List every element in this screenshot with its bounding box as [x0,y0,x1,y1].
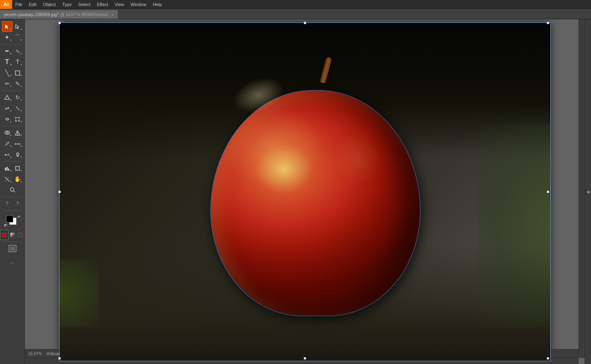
swap-colors[interactable]: ⇄ [17,214,21,218]
menu-object[interactable]: Object [40,0,59,8]
tool-row-zoom [0,185,25,195]
measure-tool[interactable]: ▾ [12,138,23,149]
zoom-tool[interactable] [7,185,18,195]
scrollbar-vertical[interactable] [579,19,585,358]
pen-tool[interactable]: ✒ ▾ [2,46,12,56]
collapse-icon: ◀ [587,190,589,194]
tool-row-pen: ✒ ▾ ∿ ▾ [0,46,25,56]
scale-tool[interactable]: ⤡ ▾ [12,103,23,113]
gradient-btn[interactable] [8,230,16,240]
draw-mode-btn[interactable] [7,243,18,254]
divider-4 [2,161,23,162]
tool-extra-hand: ▾ [21,180,22,183]
app-logo: Ai [0,0,12,9]
default-colors[interactable]: ◩ [4,223,8,227]
left-green-overlay [60,259,99,327]
tool-row-draw-mode [0,243,25,254]
anchor-tr[interactable] [547,22,549,24]
shaper-tool[interactable]: ▾ [2,92,12,103]
slice-tool[interactable]: ▾ [2,174,12,184]
menu-window[interactable]: Window [128,0,150,8]
curvature-tool[interactable]: ∿ ▾ [12,46,23,56]
direct-select-tool[interactable]: ▾ [12,21,23,32]
tab-close-button[interactable]: × [111,12,114,17]
type-tool[interactable]: T ▾ [2,57,12,67]
blend-tool[interactable]: ▾ [2,149,12,160]
lasso-tool[interactable]: ⌒ ▾ [12,32,23,43]
artboard-tool[interactable]: ▾ [12,163,23,173]
menu-effect[interactable]: Effect [94,0,111,8]
rect-tool[interactable]: ▾ [12,68,23,78]
eyedropper-tool[interactable]: ▾ [2,138,12,149]
column-graph-tool[interactable]: ▾ [2,163,12,173]
anchor-tl[interactable] [58,22,61,24]
perspective-tool[interactable]: ▾ [12,128,23,138]
tool-help-1[interactable]: ? [2,198,12,209]
right-green-overlay [477,124,550,327]
anchor-bm[interactable] [304,357,306,360]
tool-row-type: T ▾ T̃ ▾ [0,57,25,67]
anchor-br[interactable] [547,357,549,360]
menu-bar: Ai File Edit Object Type Select Effect V… [0,0,591,9]
rotate-tool[interactable]: ↻ ▾ [12,92,23,103]
tool-extra-direct: ▾ [21,28,22,31]
document-tab[interactable]: pexels-pixabay-206959.jpg* @ 16.67 % (RG… [0,10,118,19]
tool-help-2[interactable]: ? [12,198,23,209]
menu-select[interactable]: Select [75,0,94,8]
svg-rect-27 [16,167,19,170]
divider-6 [2,210,23,211]
color-fill-btn[interactable] [0,230,8,240]
more-tools-btn[interactable]: ··· [7,257,18,268]
tool-row-shape-builder: ▾ ▾ [0,128,25,138]
divider-2 [2,90,23,91]
none-btn[interactable] [16,230,25,240]
anchor-mr[interactable] [547,191,549,193]
main-layout: ▾ ▾ ✦ ▾ ⌒ ▾ ✒ ▾ ∿ ▾ [0,19,591,364]
fill-swatch[interactable] [6,215,13,222]
menu-help[interactable]: Help [150,0,165,8]
touch-type-tool[interactable]: T̃ ▾ [12,57,23,67]
pencil-tool[interactable]: ✎ ▾ [12,78,23,89]
line-tool[interactable]: ╲ ▾ [2,68,12,78]
menu-file[interactable]: File [12,0,26,8]
svg-marker-3 [5,95,9,99]
artboard-wrapper [60,23,550,361]
magic-wand-tool[interactable]: ✦ ▾ [2,32,12,43]
anchor-ml[interactable] [58,191,61,193]
hand-tool[interactable]: ✋ ▾ [12,174,23,184]
zoom-display: 16.67% [28,352,42,356]
svg-rect-13 [6,141,9,144]
svg-point-34 [10,188,14,191]
anchor-bl[interactable] [58,357,61,360]
right-panel-collapse[interactable]: ◀ [585,19,591,364]
warp-tool[interactable]: ▾ [2,114,12,124]
symbol-sprayer-tool[interactable]: ▾ [12,149,23,160]
tool-extra-scale: ▾ [21,109,22,113]
tool-row-shaper: ▾ ↻ ▾ [0,92,25,103]
menu-edit[interactable]: Edit [26,0,40,8]
shape-builder-tool[interactable]: ▾ [2,128,12,138]
svg-marker-1 [16,25,19,29]
tool-extra-type: ▾ [10,63,12,66]
reflect-tool[interactable]: ⇌ ▾ [2,103,12,113]
divider-3 [2,126,23,126]
menu-view[interactable]: View [111,0,128,8]
tool-extra-arrow: ▾ [10,27,11,31]
svg-rect-6 [19,117,20,118]
tool-extra-rotate: ▾ [21,99,22,102]
canvas-area[interactable]: 16.67% Artboard 1 RGB/Preview [25,19,585,364]
svg-marker-0 [5,25,8,29]
paintbrush-tool[interactable]: ✏ ▾ [2,78,12,89]
svg-rect-2 [15,71,20,75]
menu-type[interactable]: Type [59,0,75,8]
svg-rect-5 [15,117,16,118]
free-transform-tool[interactable]: ▾ [12,114,23,124]
svg-point-21 [16,153,19,155]
tool-extra-touch: ▾ [21,63,22,66]
svg-point-19 [8,154,9,156]
svg-rect-41 [10,247,15,251]
tool-extra-blend: ▾ [10,156,12,159]
tool-extra-pencil: ▾ [21,85,22,88]
anchor-tm[interactable] [304,22,306,24]
select-tool[interactable]: ▾ [2,21,12,32]
